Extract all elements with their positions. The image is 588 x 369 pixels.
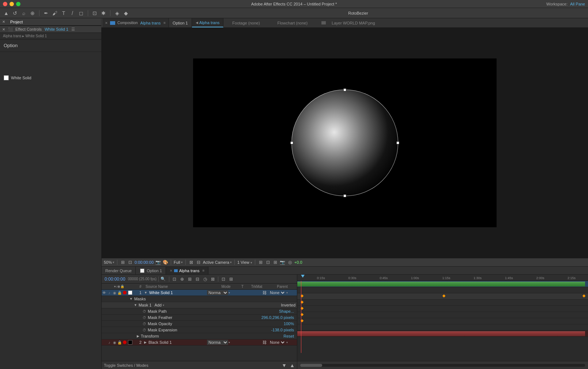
project-panel-close[interactable]: ✕ [2, 20, 5, 24]
layer-1-row[interactable]: 👁 ♪ ◉ 🔒 1 ▼ White Solid 1 [102, 290, 297, 296]
grid-icon[interactable]: ⊞ [258, 260, 264, 265]
puppet-tool-icon[interactable]: ⊡ [91, 10, 98, 16]
mask-path-stopwatch-icon[interactable]: ⏱ [143, 309, 146, 313]
layer-1-trkmat-chain-icon[interactable]: ⛓ [261, 290, 268, 295]
eraser-tool-icon[interactable]: ◻ [78, 10, 84, 16]
layer-1-eye-icon[interactable]: 👁 [102, 290, 107, 295]
layer-1-expand-icon[interactable]: ▼ [144, 291, 147, 294]
mask-path-value[interactable]: Shape... [279, 309, 297, 313]
layer-1-parent[interactable]: None ▾ [268, 290, 297, 295]
mask-expansion-stopwatch-icon[interactable]: ⏱ [143, 328, 146, 332]
option1-tab[interactable]: Option 1 [169, 18, 192, 27]
toggle-switches-label[interactable]: Toggle Switches / Modes [104, 363, 148, 368]
masks-expand-icon[interactable]: ▼ [129, 297, 133, 301]
comp-tab-close[interactable]: ✕ [105, 21, 108, 25]
tl-tool-6-icon[interactable]: ⊠ [210, 277, 216, 282]
tl-nav-up-icon[interactable]: ▲ [290, 362, 295, 368]
alpha-trans-tl-menu[interactable]: ≡ [202, 269, 204, 273]
viewer-timecode[interactable]: 0:00:00:00 [135, 260, 154, 265]
view-control[interactable]: 1 View ▾ [237, 260, 252, 265]
tl-tool-2-icon[interactable]: ⊕ [179, 277, 185, 282]
transform-expand-icon[interactable]: ▶ [137, 334, 139, 338]
tl-scroll-thumb[interactable] [300, 364, 322, 367]
alpha-trans-timeline-tab[interactable]: ✕ Alpha trans ≡ [166, 267, 209, 274]
maximize-button[interactable] [16, 2, 20, 6]
mask-expansion-value[interactable]: -138.0 pixels [271, 328, 297, 332]
tl-tool-5-icon[interactable]: ◷ [202, 277, 208, 282]
show-icon[interactable]: ◎ [287, 260, 293, 265]
mask1-mode-arrow[interactable]: ▾ [163, 304, 164, 307]
render-queue-tab[interactable]: Render Queue [102, 267, 136, 274]
layer-2-lock-icon[interactable]: 🔒 [117, 340, 122, 345]
layer-2-mode-select[interactable]: Norma [207, 340, 228, 345]
mask-handle-top[interactable] [343, 88, 346, 91]
tl-tool-1-icon[interactable]: ⊡ [171, 277, 178, 282]
mask1-expand-icon[interactable]: ▼ [134, 303, 137, 307]
guides-icon[interactable]: ⊡ [265, 260, 271, 265]
effect-controls-close[interactable]: ✕ [2, 27, 5, 31]
quality-control[interactable]: Full ▾ [174, 260, 183, 265]
layer-1-audio-icon[interactable]: ♪ [107, 290, 112, 295]
layer-2-parent[interactable]: None ▾ [268, 340, 297, 345]
minimize-button[interactable] [10, 2, 14, 6]
pen-tool-icon[interactable]: ✒ [43, 10, 49, 16]
effect-controls-menu-icon[interactable]: ☰ [71, 27, 75, 32]
tl-scrollbar[interactable] [300, 364, 585, 367]
transform-value[interactable]: Reset [283, 334, 297, 338]
layer-2-row[interactable]: ♪ ◉ 🔒 2 ▶ Black Solid 1 [102, 339, 297, 346]
layer-2-parent-select[interactable]: None [268, 340, 286, 345]
snapshot-icon[interactable]: 📷 [280, 260, 286, 265]
mask-opacity-stopwatch-icon[interactable]: ⏱ [143, 322, 146, 326]
roi-icon[interactable]: ⊡ [127, 260, 133, 265]
channels-icon[interactable]: ⊠ [188, 260, 194, 265]
layer-1-mode[interactable]: Norma ▾ [206, 290, 233, 295]
comp-tab-menu[interactable]: ≡ [163, 21, 166, 25]
safe-zones-icon[interactable]: ⊞ [272, 260, 278, 265]
close-button[interactable] [3, 2, 7, 6]
fit-viewer-icon[interactable]: ⊞ [120, 260, 126, 265]
color-icon[interactable]: 🎨 [162, 260, 168, 265]
layer-2-mode[interactable]: Norma ▾ [206, 340, 233, 345]
flowchart-tab[interactable]: Flowchart (none) [269, 18, 317, 27]
roto-tool-icon[interactable]: ✱ [100, 10, 107, 16]
layer-1-lock-icon[interactable]: 🔒 [117, 290, 122, 295]
paint-tool-icon[interactable]: 🖌 [52, 10, 58, 16]
layer-2-trkmat-chain-icon[interactable]: ⛓ [261, 340, 268, 345]
option1-timeline-tab[interactable]: Option 1 [136, 267, 166, 274]
project-tab[interactable]: Project [8, 19, 25, 25]
alpha-trans-tab-close[interactable]: ✕ [170, 269, 173, 273]
mask-1-row[interactable]: ▼ Mask 1 Add ▾ Inverted [102, 302, 297, 308]
tl-tool-4-icon[interactable]: ⊟ [194, 277, 201, 282]
tl-search-icon[interactable]: 🔍 [161, 277, 167, 282]
layer-2-expand-icon[interactable]: ▶ [144, 341, 147, 344]
layer-1-mode-select[interactable]: Norma [207, 290, 228, 295]
tl-timecode[interactable]: 0:00:00:00 [103, 277, 127, 282]
exposure-icon[interactable]: ⊟ [196, 260, 201, 265]
zoom-tool-icon[interactable]: ⌕ [20, 10, 27, 16]
mask-opacity-value[interactable]: 100% [284, 322, 297, 326]
clone-tool-icon[interactable]: / [69, 10, 76, 16]
tl-tool-3-icon[interactable]: ⊞ [186, 277, 193, 282]
tl-nav-down-icon[interactable]: ▼ [282, 362, 287, 368]
shape-tool-2-icon[interactable]: ◆ [122, 10, 129, 16]
camera-icon[interactable]: 📷 [155, 260, 161, 265]
layer-1-swatch[interactable] [128, 290, 132, 295]
mask-feather-stopwatch-icon[interactable]: ⏱ [143, 316, 146, 320]
layer-2-swatch[interactable] [128, 340, 132, 345]
layer-2-solo-icon[interactable]: ◉ [112, 340, 117, 345]
camera-tool-icon[interactable]: ⊕ [29, 10, 36, 16]
tl-tool-7-icon[interactable]: ⊡ [220, 277, 227, 282]
text-tool-icon[interactable]: T [60, 10, 67, 16]
mask-feather-value[interactable]: 296.0,296.0 pixels [261, 315, 297, 320]
alpha-trans-tab[interactable]: ◀ Alpha trans [192, 18, 224, 27]
rotation-tool-icon[interactable]: ↺ [12, 10, 18, 16]
tl-tool-8-icon[interactable]: ⊞ [228, 277, 234, 282]
layer-2-audio-icon[interactable]: ♪ [107, 340, 112, 345]
layer-1-solo-icon[interactable]: ◉ [112, 290, 117, 295]
zoom-control[interactable]: 50% ▾ [104, 260, 114, 265]
mask-handle-right[interactable] [396, 141, 399, 144]
footage-tab[interactable]: Footage (none) [223, 18, 268, 27]
layer-tab[interactable]: Layer WORLD MAP.png [316, 18, 384, 27]
mask-handle-left[interactable] [290, 141, 293, 144]
mask-handle-bottom[interactable] [343, 194, 346, 197]
